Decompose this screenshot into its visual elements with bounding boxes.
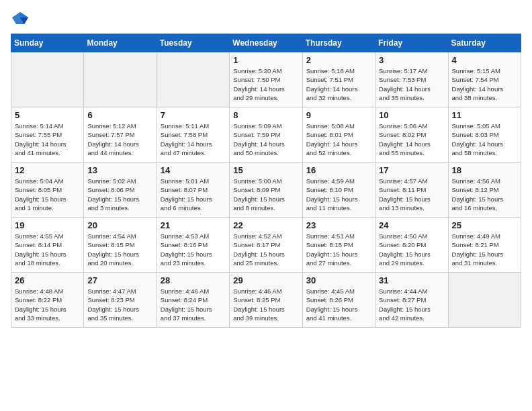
calendar-cell: 3Sunrise: 5:17 AM Sunset: 7:53 PM Daylig…: [375, 52, 448, 107]
calendar-cell: 16Sunrise: 4:59 AM Sunset: 8:10 PM Dayli…: [302, 163, 375, 218]
day-number: 13: [87, 165, 152, 175]
cell-info: Sunrise: 4:53 AM Sunset: 8:16 PM Dayligh…: [161, 232, 226, 267]
cell-info: Sunrise: 5:09 AM Sunset: 7:59 PM Dayligh…: [233, 122, 298, 157]
cell-info: Sunrise: 4:46 AM Sunset: 8:25 PM Dayligh…: [233, 287, 298, 322]
day-number: 19: [15, 220, 80, 230]
calendar-cell: 18Sunrise: 4:56 AM Sunset: 8:12 PM Dayli…: [448, 163, 521, 218]
cell-info: Sunrise: 4:59 AM Sunset: 8:10 PM Dayligh…: [306, 177, 371, 212]
calendar-cell: 6Sunrise: 5:12 AM Sunset: 7:57 PM Daylig…: [84, 107, 157, 163]
calendar-cell: 31Sunrise: 4:44 AM Sunset: 8:27 PM Dayli…: [375, 273, 448, 328]
day-number: 10: [379, 110, 444, 120]
header-day-thursday: Thursday: [302, 34, 375, 52]
day-number: 15: [233, 165, 298, 175]
header-day-sunday: Sunday: [11, 34, 84, 52]
cell-info: Sunrise: 4:54 AM Sunset: 8:15 PM Dayligh…: [87, 232, 152, 267]
week-row-1: 1Sunrise: 5:20 AM Sunset: 7:50 PM Daylig…: [11, 52, 521, 107]
cell-info: Sunrise: 5:00 AM Sunset: 8:09 PM Dayligh…: [233, 177, 298, 212]
calendar-cell: 13Sunrise: 5:02 AM Sunset: 8:06 PM Dayli…: [84, 163, 157, 218]
cell-info: Sunrise: 5:08 AM Sunset: 8:01 PM Dayligh…: [306, 122, 371, 157]
day-number: 4: [452, 55, 517, 65]
calendar-cell: 15Sunrise: 5:00 AM Sunset: 8:09 PM Dayli…: [230, 163, 302, 218]
calendar-cell: 1Sunrise: 5:20 AM Sunset: 7:50 PM Daylig…: [230, 52, 302, 107]
calendar-cell: 23Sunrise: 4:51 AM Sunset: 8:18 PM Dayli…: [302, 218, 375, 273]
cell-info: Sunrise: 5:01 AM Sunset: 8:07 PM Dayligh…: [161, 177, 226, 212]
day-number: 31: [379, 275, 444, 285]
calendar-cell: 27Sunrise: 4:47 AM Sunset: 8:23 PM Dayli…: [84, 273, 157, 328]
calendar-cell: 10Sunrise: 5:06 AM Sunset: 8:02 PM Dayli…: [375, 107, 448, 163]
cell-info: Sunrise: 4:47 AM Sunset: 8:23 PM Dayligh…: [87, 287, 152, 322]
week-row-2: 5Sunrise: 5:14 AM Sunset: 7:55 PM Daylig…: [11, 107, 521, 163]
cell-info: Sunrise: 5:06 AM Sunset: 8:02 PM Dayligh…: [379, 122, 444, 157]
header-day-friday: Friday: [375, 34, 448, 52]
cell-info: Sunrise: 4:51 AM Sunset: 8:18 PM Dayligh…: [306, 232, 371, 267]
cell-info: Sunrise: 5:17 AM Sunset: 7:53 PM Dayligh…: [379, 66, 444, 102]
cell-info: Sunrise: 4:48 AM Sunset: 8:22 PM Dayligh…: [15, 287, 80, 322]
calendar-cell: 9Sunrise: 5:08 AM Sunset: 8:01 PM Daylig…: [302, 107, 375, 163]
day-number: 5: [15, 110, 80, 120]
day-number: 16: [306, 165, 371, 175]
day-number: 27: [87, 275, 152, 285]
day-number: 1: [233, 55, 298, 65]
calendar-cell: 7Sunrise: 5:11 AM Sunset: 7:58 PM Daylig…: [157, 107, 229, 163]
calendar-cell: 22Sunrise: 4:52 AM Sunset: 8:17 PM Dayli…: [230, 218, 302, 273]
day-number: 11: [452, 110, 517, 120]
svg-marker-1: [20, 12, 28, 17]
calendar-cell: 21Sunrise: 4:53 AM Sunset: 8:16 PM Dayli…: [157, 218, 229, 273]
week-row-3: 12Sunrise: 5:04 AM Sunset: 8:05 PM Dayli…: [11, 163, 521, 218]
day-number: 14: [161, 165, 226, 175]
calendar-cell: 4Sunrise: 5:15 AM Sunset: 7:54 PM Daylig…: [448, 52, 521, 107]
cell-info: Sunrise: 4:50 AM Sunset: 8:20 PM Dayligh…: [379, 232, 444, 267]
calendar-cell: 26Sunrise: 4:48 AM Sunset: 8:22 PM Dayli…: [11, 273, 84, 328]
day-number: 9: [306, 110, 371, 120]
day-number: 28: [161, 275, 226, 285]
calendar-cell: 2Sunrise: 5:18 AM Sunset: 7:51 PM Daylig…: [302, 52, 375, 107]
cell-info: Sunrise: 4:44 AM Sunset: 8:27 PM Dayligh…: [379, 287, 444, 322]
cell-info: Sunrise: 4:49 AM Sunset: 8:21 PM Dayligh…: [452, 232, 517, 267]
cell-info: Sunrise: 4:45 AM Sunset: 8:26 PM Dayligh…: [306, 287, 371, 322]
day-number: 7: [161, 110, 226, 120]
day-number: 2: [306, 55, 371, 65]
day-number: 12: [15, 165, 80, 175]
calendar-cell: 29Sunrise: 4:46 AM Sunset: 8:25 PM Dayli…: [230, 273, 302, 328]
calendar-header-row: SundayMondayTuesdayWednesdayThursdayFrid…: [11, 34, 521, 52]
day-number: 30: [306, 275, 371, 285]
cell-info: Sunrise: 4:46 AM Sunset: 8:24 PM Dayligh…: [161, 287, 226, 322]
cell-info: Sunrise: 4:55 AM Sunset: 8:14 PM Dayligh…: [15, 232, 80, 267]
header-day-saturday: Saturday: [448, 34, 521, 52]
calendar-cell: 25Sunrise: 4:49 AM Sunset: 8:21 PM Dayli…: [448, 218, 521, 273]
calendar-cell: 24Sunrise: 4:50 AM Sunset: 8:20 PM Dayli…: [375, 218, 448, 273]
calendar-cell: 28Sunrise: 4:46 AM Sunset: 8:24 PM Dayli…: [157, 273, 229, 328]
week-row-5: 26Sunrise: 4:48 AM Sunset: 8:22 PM Dayli…: [11, 273, 521, 328]
day-number: 23: [306, 220, 371, 230]
page-header: [11, 11, 521, 26]
day-number: 18: [452, 165, 517, 175]
day-number: 3: [379, 55, 444, 65]
day-number: 6: [87, 110, 152, 120]
logo: [11, 11, 32, 26]
header-day-wednesday: Wednesday: [230, 34, 302, 52]
cell-info: Sunrise: 5:14 AM Sunset: 7:55 PM Dayligh…: [15, 122, 80, 157]
calendar-cell: [11, 52, 84, 107]
cell-info: Sunrise: 5:11 AM Sunset: 7:58 PM Dayligh…: [161, 122, 226, 157]
header-day-tuesday: Tuesday: [157, 34, 229, 52]
cell-info: Sunrise: 5:18 AM Sunset: 7:51 PM Dayligh…: [306, 66, 371, 102]
day-number: 8: [233, 110, 298, 120]
calendar-cell: 19Sunrise: 4:55 AM Sunset: 8:14 PM Dayli…: [11, 218, 84, 273]
cell-info: Sunrise: 4:56 AM Sunset: 8:12 PM Dayligh…: [452, 177, 517, 212]
cell-info: Sunrise: 5:04 AM Sunset: 8:05 PM Dayligh…: [15, 177, 80, 212]
day-number: 17: [379, 165, 444, 175]
day-number: 24: [379, 220, 444, 230]
week-row-4: 19Sunrise: 4:55 AM Sunset: 8:14 PM Dayli…: [11, 218, 521, 273]
calendar-cell: [84, 52, 157, 107]
calendar-cell: 20Sunrise: 4:54 AM Sunset: 8:15 PM Dayli…: [84, 218, 157, 273]
day-number: 26: [15, 275, 80, 285]
header-day-monday: Monday: [84, 34, 157, 52]
calendar-cell: 5Sunrise: 5:14 AM Sunset: 7:55 PM Daylig…: [11, 107, 84, 163]
cell-info: Sunrise: 4:57 AM Sunset: 8:11 PM Dayligh…: [379, 177, 444, 212]
cell-info: Sunrise: 5:12 AM Sunset: 7:57 PM Dayligh…: [87, 122, 152, 157]
cell-info: Sunrise: 5:02 AM Sunset: 8:06 PM Dayligh…: [87, 177, 152, 212]
day-number: 21: [161, 220, 226, 230]
calendar-cell: 11Sunrise: 5:05 AM Sunset: 8:03 PM Dayli…: [448, 107, 521, 163]
calendar-cell: 30Sunrise: 4:45 AM Sunset: 8:26 PM Dayli…: [302, 273, 375, 328]
day-number: 29: [233, 275, 298, 285]
